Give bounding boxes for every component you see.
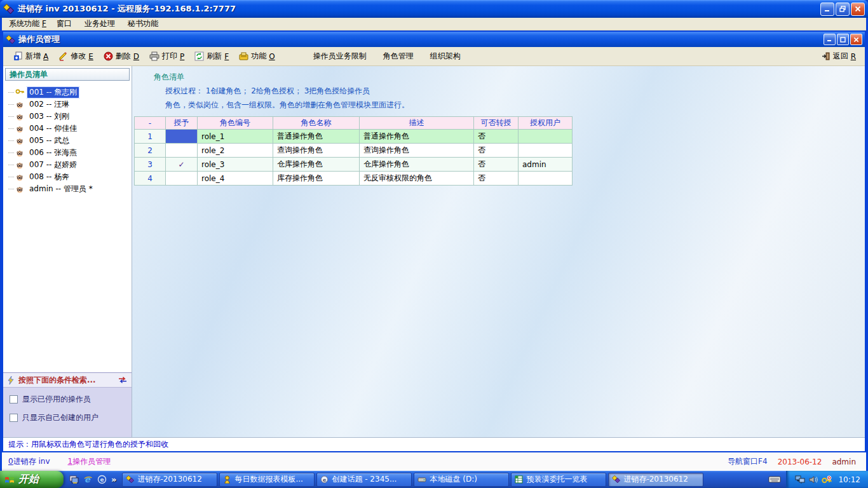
child-minimize-icon[interactable] (824, 34, 836, 45)
report-doc-icon (223, 475, 231, 484)
search-filter-panel: 显示已停用的操作员 只显示自己创建的用户 (3, 388, 132, 437)
operator-management-window: 操作员管理 新增A 修改E 删除D 打印P 刷新F 功能O (2, 30, 866, 452)
col-transferable: 可否转授 (474, 117, 519, 130)
volume-icon[interactable] (809, 475, 818, 484)
clock[interactable]: 10:12 (838, 475, 860, 484)
spreadsheet-icon (515, 475, 523, 484)
table-row[interactable]: 1 role_1 普通操作角色 普通操作角色 否 (135, 130, 573, 144)
operator-avatar-icon (15, 185, 25, 194)
edit-button[interactable]: 修改E (53, 48, 98, 64)
menu-bar: 系统功能F 窗口 业务处理 秘书功能 (2, 18, 866, 30)
tree-item-006[interactable]: 006 -- 张海燕 (3, 147, 132, 159)
table-row[interactable]: 3 ✓ role_3 仓库操作角色 仓库操作角色 否 admin (135, 158, 573, 172)
quick-launch: e e » (64, 475, 122, 484)
taskbar-task-inv-2-active[interactable]: 进销存-20130612 (608, 473, 703, 487)
nav-window-shortcut[interactable]: 导航窗口F4 (728, 456, 768, 467)
checkbox-icon[interactable] (10, 414, 18, 422)
windows-flag-icon (4, 475, 15, 484)
role-list-title: 角色清单 (154, 72, 865, 83)
delete-button[interactable]: 删除D (98, 48, 144, 64)
svg-text:e: e (85, 475, 91, 484)
child-close-icon[interactable] (850, 34, 862, 45)
print-button[interactable]: 打印P (144, 48, 189, 64)
role-table: - 授予 角色编号 角色名称 描述 可否转授 授权用户 1 role_1 普通操… (134, 116, 573, 186)
operator-avatar-icon (15, 137, 25, 146)
input-method-keyboard-icon[interactable] (768, 475, 781, 484)
menu-system[interactable]: 系统功能F (4, 17, 52, 30)
refresh-button[interactable]: 刷新F (189, 48, 234, 64)
role-table-header-row: - 授予 角色编号 角色名称 描述 可否转授 授权用户 (135, 117, 573, 130)
window-titlebar: 进销存 inv 20130612 - 远程服务-192.168.1.2:7777 (0, 0, 868, 18)
show-own-users-checkbox[interactable]: 只显示自己创建的用户 (10, 412, 132, 423)
operator-business-limit-button[interactable]: 操作员业务限制 (307, 49, 373, 64)
print-icon (149, 51, 159, 61)
tree-item-002[interactable]: 002 -- 汪琳 (3, 98, 132, 111)
search-filter-header[interactable]: 按照下面的条件检索... (3, 372, 132, 388)
taskbar: 开始 e e » 进销存-20130612 每日数据报表模板... e 创建话题… (0, 471, 868, 488)
swap-arrows-icon[interactable] (118, 376, 128, 384)
app-diamond-icon (612, 475, 620, 484)
show-disabled-operators-checkbox[interactable]: 显示已停用的操作员 (10, 394, 132, 405)
window-title: 进销存 inv 20130612 - 远程服务-192.168.1.2:7777 (18, 3, 820, 15)
role-info-line1: 授权过程： 1创建角色； 2给角色授权； 3把角色授给操作员 (165, 86, 865, 97)
role-info-line2: 角色，类似岗位，包含一组权限。角色的增删在角色管理模块里面进行。 (165, 100, 865, 111)
tree-item-admin[interactable]: admin -- 管理员 * (3, 183, 132, 195)
operator-avatar-icon (15, 161, 25, 170)
quick-launch-overflow-chevron[interactable]: » (111, 475, 116, 484)
menu-business[interactable]: 业务处理 (80, 17, 123, 30)
operator-avatar-icon (15, 149, 25, 158)
toolbar: 新增A 修改E 删除D 打印P 刷新F 功能O 操作员业务限制 角色管理 组织架… (3, 47, 865, 66)
child-maximize-icon[interactable] (837, 34, 849, 45)
close-icon[interactable] (851, 3, 865, 16)
child-window-titlebar: 操作员管理 (3, 32, 865, 47)
network-icon[interactable] (795, 475, 805, 484)
tree-item-001[interactable]: 001 -- 詹志刚 (3, 86, 132, 98)
table-row[interactable]: 2 role_2 查询操作角色 查询操作角色 否 (135, 144, 573, 158)
taskbar-task-local-disk-d[interactable]: 本地磁盘 (D:) (414, 473, 509, 487)
tab-operator-management[interactable]: 1操作员管理 (68, 456, 111, 467)
taskbar-task-inv-1[interactable]: 进销存-20130612 (122, 473, 217, 487)
browser-e-icon[interactable]: e (97, 475, 107, 484)
tree-item-005[interactable]: 005 -- 武总 (3, 135, 132, 147)
checkbox-icon[interactable] (10, 395, 18, 403)
tree-item-004[interactable]: 004 -- 仰佳佳 (3, 123, 132, 135)
operator-panel-header: 操作员清单 (5, 68, 130, 81)
menu-secretary[interactable]: 秘书功能 (123, 17, 166, 30)
table-row[interactable]: 4 role_4 库存操作角色 无反审核权限的角色 否 (135, 172, 573, 186)
app-diamond-icon (126, 475, 134, 484)
svg-text:e: e (323, 477, 326, 483)
function-button[interactable]: 功能O (234, 48, 280, 64)
role-management-button[interactable]: 角色管理 (377, 49, 420, 64)
col-granted-user: 授权用户 (519, 117, 573, 130)
function-icon (239, 51, 248, 61)
add-button[interactable]: 新增A (8, 48, 53, 64)
internet-explorer-icon[interactable]: e (83, 475, 93, 484)
taskbar-task-spreadsheet[interactable]: 预装潢委托一览表 (511, 473, 606, 487)
restore-icon[interactable] (836, 3, 850, 16)
selected-cell[interactable] (166, 130, 198, 144)
disk-drive-icon (417, 476, 426, 484)
role-main-area: 角色清单 授权过程： 1创建角色； 2给角色授权； 3把角色授给操作员 角色，类… (132, 66, 865, 437)
status-bar: 提示：用鼠标双击角色可进行角色的授予和回收 (3, 437, 865, 451)
key-alert-icon[interactable] (822, 475, 832, 484)
col-role-name: 角色名称 (273, 117, 360, 130)
child-window-title: 操作员管理 (18, 34, 822, 45)
tree-item-008[interactable]: 008 -- 杨奔 (3, 171, 132, 183)
taskbar-task-report-template[interactable]: 每日数据报表模板... (219, 473, 315, 487)
menu-window[interactable]: 窗口 (52, 17, 80, 30)
operator-avatar-icon (15, 100, 25, 109)
return-button[interactable]: 返回R (818, 49, 860, 64)
tree-item-003[interactable]: 003 -- 刘刚 (3, 111, 132, 123)
granted-check-mark[interactable]: ✓ (166, 158, 198, 172)
minimize-icon[interactable] (820, 3, 834, 16)
current-date: 2013-06-12 (778, 458, 822, 466)
show-desktop-icon[interactable] (69, 475, 79, 484)
start-button[interactable]: 开始 (0, 471, 64, 488)
tab-main-window[interactable]: 0进销存 inv (8, 456, 50, 467)
col-granted: 授予 (166, 117, 198, 130)
org-structure-button[interactable]: 组织架构 (424, 49, 467, 64)
taskbar-task-create-topic[interactable]: e 创建话题 - 2345... (316, 473, 412, 487)
operator-tree: 001 -- 詹志刚 002 -- 汪琳 003 -- 刘刚 004 -- 仰佳… (3, 83, 132, 372)
operator-key-icon (15, 88, 25, 97)
tree-item-007[interactable]: 007 -- 赵娇娇 (3, 159, 132, 171)
